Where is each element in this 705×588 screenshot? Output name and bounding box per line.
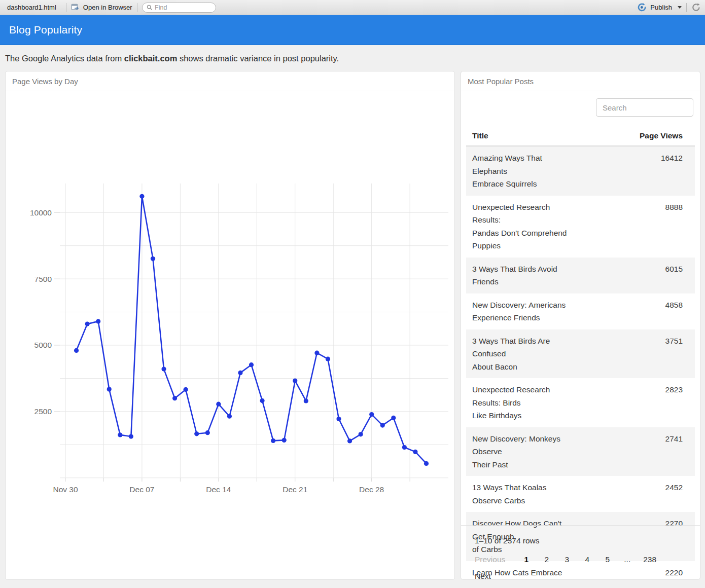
pagination-next-row: Next <box>461 564 700 580</box>
column-header-title[interactable]: Title <box>466 127 581 146</box>
open-in-browser-button[interactable]: Open in Browser <box>71 4 132 11</box>
post-title: Unexpected Research Results: Birds Like … <box>466 378 581 427</box>
post-title: New Discovery: Americans Experience Frie… <box>466 293 581 329</box>
publish-icon <box>638 3 647 12</box>
viewer-toolbar: dashboard1.html Open in Browser <box>0 0 705 15</box>
file-tab[interactable]: dashboard1.html <box>4 4 61 11</box>
svg-text:10000: 10000 <box>30 208 52 217</box>
chevron-down-icon <box>678 6 682 9</box>
chart-panel-title: Page Views by Day <box>6 71 454 91</box>
table-row[interactable]: New Discovery: Monkeys Observe Their Pas… <box>466 427 695 476</box>
pagination-next[interactable]: Next <box>475 572 491 580</box>
post-title: Unexpected Research Results: Pandas Don'… <box>466 196 581 258</box>
post-title: New Discovery: Monkeys Observe Their Pas… <box>466 427 581 476</box>
post-title: 3 Ways That Birds Avoid Friends <box>466 258 581 293</box>
pagination-ellipsis: ... <box>624 555 630 564</box>
pagination-page-last[interactable]: 238 <box>643 555 656 564</box>
svg-text:Dec 14: Dec 14 <box>206 485 231 494</box>
table-row[interactable]: Amazing Ways That Elephants Embrace Squi… <box>466 146 695 196</box>
table-header-row: Title Page Views <box>466 127 695 146</box>
pagination: Previous 1 2 3 4 5 ... 238 <box>461 545 700 564</box>
file-tab-label: dashboard1.html <box>7 4 56 11</box>
find-input[interactable] <box>155 4 211 11</box>
find-field <box>142 3 216 13</box>
subtitle-suffix: shows dramatic variance in post populari… <box>177 54 339 63</box>
toolbar-separator <box>66 3 66 12</box>
svg-text:5000: 5000 <box>34 341 52 349</box>
pagination-page-4[interactable]: 4 <box>583 555 591 564</box>
viewer-window: dashboard1.html Open in Browser <box>0 0 705 588</box>
post-title: 3 Ways That Birds Are Confused About Bac… <box>466 329 581 379</box>
svg-text:2500: 2500 <box>34 407 52 416</box>
svg-text:Nov 30: Nov 30 <box>53 485 78 494</box>
refresh-button[interactable] <box>691 3 701 12</box>
line-chart-svg[interactable]: 25005000750010000Nov 30Dec 07Dec 14Dec 2… <box>6 91 454 579</box>
post-views: 2452 <box>581 476 695 512</box>
table-row[interactable]: 3 Ways That Birds Are Confused About Bac… <box>466 329 695 379</box>
pagination-page-5[interactable]: 5 <box>604 555 611 564</box>
subtitle-site-name: clickbait.com <box>124 54 178 63</box>
svg-text:Dec 21: Dec 21 <box>283 485 307 494</box>
post-views: 2741 <box>581 427 695 476</box>
pagination-previous[interactable]: Previous <box>475 555 505 564</box>
page-subtitle: The Google Analytics data from clickbait… <box>0 45 705 71</box>
open-in-browser-icon <box>71 4 80 11</box>
post-title: Amazing Ways That Elephants Embrace Squi… <box>466 146 581 196</box>
refresh-icon <box>691 3 701 12</box>
table-search-input[interactable] <box>596 98 693 117</box>
posts-panel: Most Popular Posts Title Page Views Amaz… <box>461 71 700 580</box>
pagination-page-1[interactable]: 1 <box>522 555 530 564</box>
page-title: Blog Popularity <box>9 24 82 36</box>
post-title: 13 Ways That Koalas Observe Carbs <box>466 476 581 512</box>
post-views: 4858 <box>581 293 695 329</box>
svg-text:Dec 07: Dec 07 <box>129 485 154 494</box>
table-search-row <box>461 91 700 117</box>
post-views: 16412 <box>581 146 695 196</box>
svg-text:Dec 28: Dec 28 <box>359 485 384 494</box>
chart-panel: Page Views by Day 25005000750010000Nov 3… <box>5 71 455 580</box>
app-header: Blog Popularity <box>0 15 705 45</box>
pagination-page-3[interactable]: 3 <box>563 555 571 564</box>
table-row[interactable]: Unexpected Research Results: Pandas Don'… <box>466 196 695 258</box>
row-range-text: 1–10 of 2374 rows <box>461 526 700 545</box>
subtitle-prefix: The Google Analytics data from <box>5 54 124 63</box>
line-chart[interactable]: 25005000750010000Nov 30Dec 07Dec 14Dec 2… <box>6 91 454 579</box>
publish-label: Publish <box>650 4 672 11</box>
pagination-page-2[interactable]: 2 <box>543 555 550 564</box>
open-in-browser-label: Open in Browser <box>83 4 132 11</box>
post-views: 8888 <box>581 196 695 258</box>
post-views: 2823 <box>581 378 695 427</box>
table-row[interactable]: 3 Ways That Birds Avoid Friends 6015 <box>466 258 695 293</box>
publish-button[interactable]: Publish <box>638 3 682 12</box>
posts-panel-body: Title Page Views Amazing Ways That Eleph… <box>461 91 700 580</box>
table-footer: 1–10 of 2374 rows Previous 1 2 3 4 5 ...… <box>461 525 700 580</box>
posts-panel-title: Most Popular Posts <box>461 71 700 91</box>
post-views: 3751 <box>581 329 695 379</box>
svg-text:7500: 7500 <box>34 275 52 283</box>
popular-posts-table: Title Page Views Amazing Ways That Eleph… <box>466 127 695 580</box>
table-row[interactable]: Unexpected Research Results: Birds Like … <box>466 378 695 427</box>
toolbar-separator <box>137 3 137 12</box>
dashboard-main: Page Views by Day 25005000750010000Nov 3… <box>5 71 700 580</box>
search-icon <box>147 4 152 11</box>
post-views: 6015 <box>581 258 695 293</box>
column-header-page-views[interactable]: Page Views <box>581 127 695 146</box>
toolbar-separator <box>686 3 687 12</box>
table-row[interactable]: 13 Ways That Koalas Observe Carbs 2452 <box>466 476 695 512</box>
table-row[interactable]: New Discovery: Americans Experience Frie… <box>466 293 695 329</box>
